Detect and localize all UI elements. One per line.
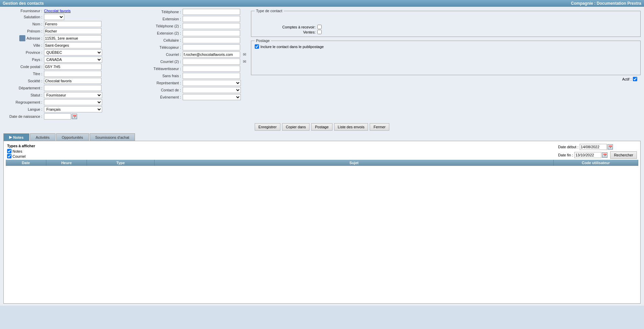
- telephone2-row: Téléphone (2) :: [142, 23, 248, 29]
- address-globe-icon[interactable]: [19, 35, 25, 41]
- extension2-label: Extension (2) :: [142, 31, 183, 35]
- prenom-input[interactable]: [44, 28, 101, 34]
- telephone2-input[interactable]: [183, 23, 240, 29]
- date-filter-section: Date début : 📅 Date fin : 📅 Rechercher: [558, 144, 637, 159]
- copierdans-button[interactable]: Copier dans: [282, 123, 309, 131]
- ventes-row: Ventes:: [255, 30, 637, 34]
- ville-row: Ville :: [3, 42, 139, 48]
- extension2-row: Extension (2) :: [142, 30, 248, 36]
- datenaissance-input[interactable]: [44, 113, 71, 119]
- contactde-select[interactable]: [183, 87, 241, 93]
- evenement-select[interactable]: [183, 94, 241, 100]
- telecopieur-input[interactable]: [183, 44, 240, 50]
- ventes-checkbox[interactable]: [317, 30, 322, 34]
- telephone-label: Téléphone :: [142, 10, 183, 14]
- date-debut-input[interactable]: [580, 144, 607, 150]
- courriel2-input[interactable]: [183, 59, 240, 65]
- codepostal-input[interactable]: [44, 64, 101, 70]
- titre-input[interactable]: [44, 71, 101, 77]
- teleavertisseur-row: Téléavertisseur :: [142, 66, 248, 72]
- date-debut-row: Date début : 📅: [558, 144, 637, 150]
- regroupement-select[interactable]: [44, 99, 102, 105]
- inclure-contact-checkbox[interactable]: [255, 44, 259, 49]
- adresse-input[interactable]: [44, 35, 101, 41]
- extension2-input[interactable]: [183, 30, 240, 36]
- extension-row: Extension :: [142, 16, 248, 22]
- ventes-label: Ventes:: [255, 30, 316, 34]
- postage-button[interactable]: Postage: [311, 123, 332, 131]
- date-fin-calendar-icon[interactable]: 📅: [602, 152, 607, 158]
- date-fin-row: Date fin : 📅 Rechercher: [558, 151, 637, 159]
- postage-legend: Postage: [255, 39, 271, 43]
- notes-checkbox[interactable]: [7, 149, 12, 153]
- salutation-row: Salutation : M. Mme Dr: [3, 14, 139, 20]
- buttons-row: Enregistrer Copier dans Postage Liste de…: [3, 123, 641, 131]
- province-select[interactable]: QUÉBEC ONTARIO ALBERTA: [44, 49, 102, 56]
- courriel-notes-checkbox[interactable]: [7, 154, 12, 158]
- langue-select[interactable]: Français English: [44, 106, 102, 112]
- date-debut-calendar-icon[interactable]: 📅: [607, 144, 613, 150]
- courriel2-label: Courriel (2) :: [142, 60, 183, 64]
- comptes-recevoir-row: Comptes à recevoir:: [255, 25, 637, 29]
- societe-input[interactable]: [44, 78, 101, 84]
- salutation-label: Salutation :: [3, 15, 44, 19]
- statut-row: Statut : Fournisseur Client Employé: [3, 92, 139, 98]
- ville-input[interactable]: [44, 42, 101, 48]
- inclure-contact-row: Inclure le contact dans le publipostage: [255, 44, 637, 49]
- pays-select[interactable]: CANADA ÉTATS-UNIS FRANCE: [44, 57, 102, 63]
- type-de-contact-fieldset: Type de contact Comptes à recevoir: Vent…: [251, 9, 641, 37]
- tab-activites-label: Activités: [36, 135, 50, 139]
- telecopieur-label: Télécopieur :: [142, 45, 183, 49]
- courriel2-email-icon[interactable]: ✉: [242, 59, 248, 64]
- courriel-email-icon[interactable]: ✉: [242, 52, 248, 57]
- tab-notes[interactable]: ▶ Notes: [3, 133, 29, 141]
- extension-input[interactable]: [183, 16, 240, 22]
- courriel-check-row: Courriel: [7, 154, 35, 158]
- nom-input[interactable]: [44, 21, 101, 27]
- representant-row: Représentant :: [142, 80, 248, 86]
- adresse-row: Adresse :: [3, 35, 139, 41]
- comptes-recevoir-checkbox[interactable]: [317, 25, 322, 29]
- notes-check-row: Notes: [7, 149, 35, 153]
- tab-soumissions-label: Soumissions d'achat: [95, 135, 130, 139]
- actif-checkbox[interactable]: [633, 77, 637, 81]
- tab-opportunites-label: Opportunités: [62, 135, 83, 139]
- salutation-select[interactable]: M. Mme Dr: [44, 14, 64, 20]
- fournisseur-row: Fournisseur : Chocolat favoris: [3, 9, 139, 13]
- province-row: Province : QUÉBEC ONTARIO ALBERTA: [3, 49, 139, 56]
- fermer-button[interactable]: Fermer: [370, 123, 389, 131]
- header-heure: Heure: [46, 160, 87, 166]
- sansfrais-row: Sans frais :: [142, 73, 248, 79]
- pays-label: Pays :: [3, 58, 44, 62]
- cellulaire-row: Cellulaire :: [142, 37, 248, 43]
- header-sujet: Sujet: [155, 160, 554, 166]
- sansfrais-input[interactable]: [183, 73, 240, 79]
- tab-activites[interactable]: Activités: [30, 133, 55, 141]
- ville-label: Ville :: [3, 43, 44, 47]
- rechercher-button[interactable]: Rechercher: [610, 151, 637, 159]
- tab-soumissions[interactable]: Soumissions d'achat: [90, 133, 135, 141]
- telephone-input[interactable]: [183, 9, 240, 15]
- notes-check-label: Notes: [13, 149, 22, 153]
- types-section: Types à afficher Notes Courriel: [7, 144, 35, 159]
- adresse-label: Adresse :: [27, 36, 42, 40]
- statut-select[interactable]: Fournisseur Client Employé: [44, 92, 102, 98]
- cellulaire-input[interactable]: [183, 37, 240, 43]
- datenaissance-calendar-icon[interactable]: 📅: [72, 114, 77, 119]
- teleavertisseur-input[interactable]: [183, 66, 240, 72]
- middle-panel: Téléphone : Extension : Téléphone (2) : …: [142, 9, 248, 120]
- representant-select[interactable]: [183, 80, 241, 86]
- evenement-label: Événement :: [142, 95, 183, 99]
- app-title: Gestion des contacts: [3, 1, 44, 6]
- departement-input[interactable]: [44, 85, 101, 91]
- type-de-contact-legend: Type de contact: [255, 9, 284, 13]
- courriel-input[interactable]: [183, 51, 240, 58]
- enregistrer-button[interactable]: Enregistrer: [255, 123, 280, 131]
- listedesenvois-button[interactable]: Liste des envois: [334, 123, 368, 131]
- codepostal-label: Code postal :: [3, 65, 44, 69]
- societe-row: Société :: [3, 78, 139, 84]
- prenom-label: Prénom :: [3, 29, 44, 33]
- date-fin-input[interactable]: [574, 152, 601, 158]
- tab-opportunites[interactable]: Opportunités: [56, 133, 89, 141]
- fournisseur-link[interactable]: Chocolat favoris: [44, 9, 71, 13]
